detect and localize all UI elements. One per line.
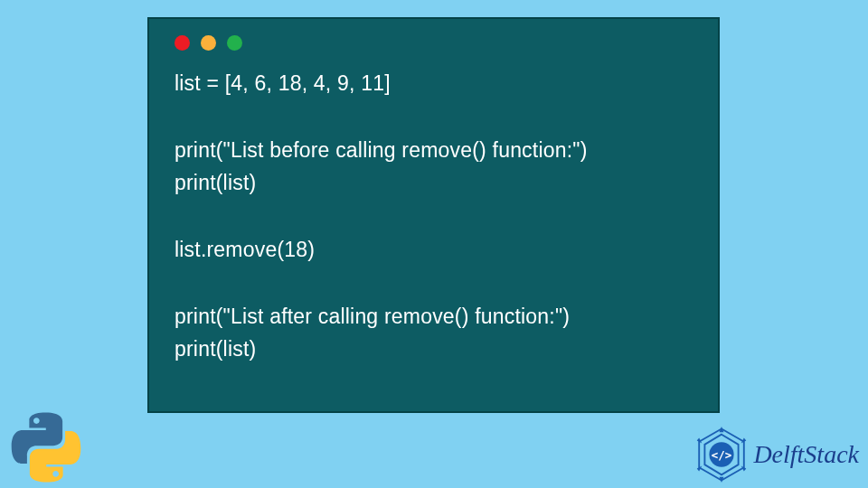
window-minimize-dot bbox=[201, 35, 216, 51]
delftstack-brand-text: DelftStack bbox=[753, 440, 859, 469]
svg-text:</>: </> bbox=[712, 448, 731, 462]
code-block: list = [4, 6, 18, 4, 9, 11] print("List … bbox=[175, 67, 693, 366]
delftstack-logo-icon: </> bbox=[693, 427, 750, 483]
window-maximize-dot bbox=[227, 35, 242, 51]
delftstack-brand: </> DelftStack bbox=[693, 427, 859, 483]
traffic-lights bbox=[175, 35, 693, 51]
code-window: list = [4, 6, 18, 4, 9, 11] print("List … bbox=[147, 17, 720, 413]
window-close-dot bbox=[175, 35, 190, 51]
python-logo-icon bbox=[9, 410, 83, 484]
